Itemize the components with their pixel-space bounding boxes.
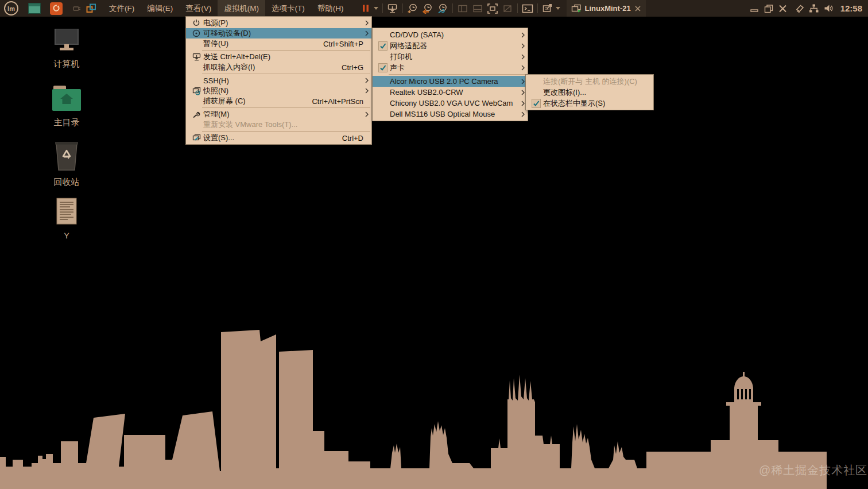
menu-item-send-ctrl-alt-del[interactable]: 发送 Ctrl+Alt+Del(E): [186, 52, 371, 62]
computer-icon: [50, 29, 83, 53]
manage-snapshots-button[interactable]: [435, 1, 450, 16]
minimize-button[interactable]: [750, 4, 760, 13]
document-icon: [56, 198, 78, 225]
menu-item-removable-devices[interactable]: 可移动设备(D): [186, 28, 371, 38]
vm-tab-icon: [571, 4, 582, 13]
menu-vm[interactable]: 虚拟机(M): [218, 0, 265, 17]
vmware-toolbar: lm 文件(F) 编辑(E) 查看(V) 虚拟机(M) 选项卡(T) 帮助(H): [0, 0, 868, 17]
menu-item-reinstall-vmware-tools: 重新安装 VMware Tools(T)...: [186, 120, 371, 130]
toolbar-separator: [382, 3, 383, 13]
checkmark-icon: [378, 63, 388, 72]
clock: 12:58: [840, 3, 862, 13]
submenu-arrow-icon: [520, 32, 526, 38]
vm-tab-label: LinuxMint-21: [585, 4, 631, 13]
submenu-arrow-icon: [520, 111, 526, 117]
submenu-item-change-icon[interactable]: 更改图标(I)...: [526, 87, 653, 98]
menu-separator: [202, 74, 370, 74]
submenu-item-sound-card[interactable]: 声卡: [373, 62, 528, 73]
submenu-item-dell-mouse[interactable]: Dell MS116 USB Optical Mouse: [373, 109, 528, 120]
hard-disk-status-icon[interactable]: [795, 3, 804, 13]
submenu-arrow-icon: [520, 54, 526, 60]
recycle-bin-icon: [53, 141, 80, 171]
wrench-icon: [189, 110, 203, 118]
menu-item-grab-input[interactable]: 抓取输入内容(I) Ctrl+G: [186, 62, 371, 72]
sound-status-icon[interactable]: [823, 3, 834, 13]
take-snapshot-button[interactable]: [405, 1, 420, 16]
power-icon: [189, 19, 203, 27]
menu-item-settings[interactable]: 设置(S)... Ctrl+D: [186, 133, 371, 143]
show-thumbnail-bar-button[interactable]: [470, 1, 485, 16]
mint-logo-text: lm: [7, 5, 15, 12]
menu-item-snapshot[interactable]: 快照(N): [186, 86, 371, 96]
close-window-button[interactable]: [778, 4, 788, 13]
plug-icon: [72, 5, 82, 13]
vm-tab[interactable]: LinuxMint-21: [567, 0, 646, 17]
window-and-status-controls: 12:58: [750, 3, 868, 13]
menu-tabs[interactable]: 选项卡(T): [265, 0, 311, 17]
submenu-arrow-icon: [363, 111, 370, 117]
menu-item-power[interactable]: 电源(P): [186, 18, 371, 28]
toolbar-separator: [517, 3, 518, 13]
desktop-icon-label: 回收站: [41, 177, 92, 188]
desktop-icon-document-y[interactable]: Y: [41, 198, 92, 240]
restore-window-button[interactable]: [764, 4, 774, 13]
menu-item-capture-screen[interactable]: 捕获屏幕 (C) Ctrl+Alt+PrtScn: [186, 96, 371, 106]
checkmark-icon: [532, 99, 541, 108]
vmware-workstation-icon: [86, 3, 96, 13]
watermark: @稀土掘金技术社区: [759, 463, 867, 478]
show-library-panel-button[interactable]: [455, 1, 470, 16]
menu-file[interactable]: 文件(F): [103, 0, 141, 17]
submenu-item-connect: 连接(断开与 主机 的连接)(C): [526, 76, 653, 87]
submenu-item-cddvd[interactable]: CD/DVD (SATA): [373, 29, 528, 40]
send-ctrl-alt-del-button[interactable]: [385, 1, 400, 16]
toolbar-buttons: [358, 0, 562, 17]
power-options-caret[interactable]: [372, 1, 380, 16]
submenu-arrow-icon: [363, 88, 370, 94]
menu-edit[interactable]: 编辑(E): [141, 0, 179, 17]
desktop-icon-computer[interactable]: 计算机: [41, 29, 92, 70]
menu-item-manage[interactable]: 管理(M): [186, 109, 371, 120]
menu-item-pause[interactable]: 暂停(U) Ctrl+Shift+P: [186, 38, 371, 49]
submenu-arrow-icon: [520, 43, 526, 49]
disc-icon: [189, 29, 203, 37]
camera-submenu: 连接(断开与 主机 的连接)(C) 更改图标(I)... 在状态栏中显示(S): [525, 74, 654, 110]
menu-view[interactable]: 查看(V): [179, 0, 218, 17]
revert-snapshot-button[interactable]: [420, 1, 435, 16]
window-app-icon: [28, 3, 41, 14]
home-folder-icon: [52, 85, 82, 111]
monitor-arrow-icon: [189, 53, 203, 61]
submenu-item-network-adapter[interactable]: 网络适配器: [373, 40, 528, 51]
unity-mode-button[interactable]: [500, 1, 515, 16]
menu-separator: [202, 107, 370, 108]
tab-close-icon[interactable]: [634, 5, 641, 12]
linux-mint-logo-icon: lm: [4, 1, 18, 16]
desktop-icon-label: 主目录: [41, 117, 92, 128]
submenu-arrow-icon: [363, 30, 370, 36]
pause-vm-button[interactable]: [358, 1, 373, 16]
submenu-item-realtek[interactable]: Realtek USB2.0-CRW: [373, 87, 528, 98]
toolbar-separator: [402, 3, 403, 13]
desktop-icon-home[interactable]: 主目录: [41, 85, 92, 128]
city-skyline-silhouette: [0, 322, 868, 489]
desktop-icon-label: Y: [41, 230, 92, 240]
menubar: 文件(F) 编辑(E) 查看(V) 虚拟机(M) 选项卡(T) 帮助(H): [103, 0, 350, 17]
console-view-button[interactable]: [520, 1, 535, 16]
submenu-item-camera[interactable]: Alcor Micro USB 2.0 PC Camera: [373, 76, 528, 87]
submenu-arrow-icon: [520, 65, 526, 71]
submenu-item-show-in-statusbar[interactable]: 在状态栏中显示(S): [526, 98, 653, 109]
network-status-icon[interactable]: [808, 3, 819, 13]
submenu-item-printer[interactable]: 打印机: [373, 51, 528, 62]
submenu-arrow-icon: [363, 78, 370, 83]
snapshot-icon: [189, 87, 203, 95]
toolbar-separator: [452, 3, 453, 13]
menu-item-ssh[interactable]: SSH(H): [186, 75, 371, 86]
library-caret[interactable]: [554, 1, 562, 16]
checkmark-icon: [378, 41, 388, 51]
submenu-arrow-icon: [363, 20, 370, 26]
submenu-item-chicony[interactable]: Chicony USB2.0 VGA UVC WebCam: [373, 98, 528, 109]
fullscreen-button[interactable]: [485, 1, 500, 16]
menu-help[interactable]: 帮助(H): [311, 0, 350, 17]
library-window-button[interactable]: [540, 1, 555, 16]
menu-separator: [202, 50, 370, 51]
desktop-icon-recycle-bin[interactable]: 回收站: [41, 141, 92, 188]
